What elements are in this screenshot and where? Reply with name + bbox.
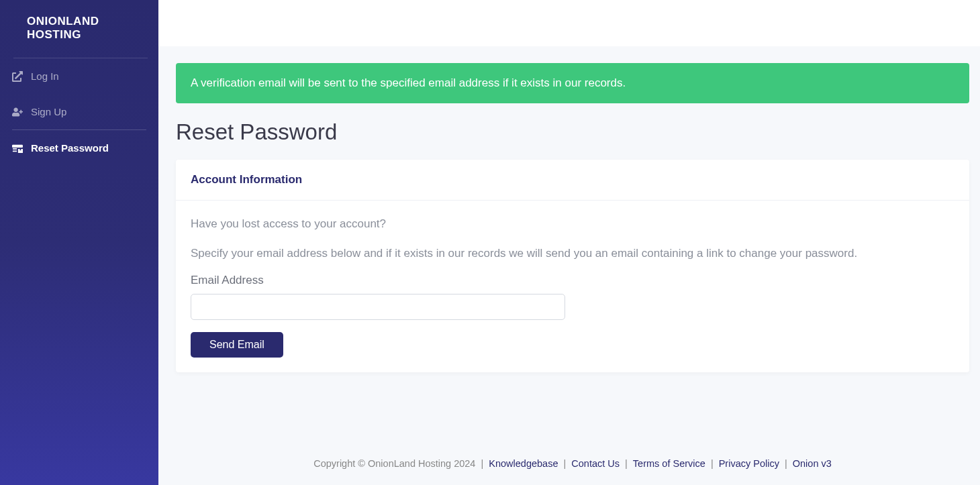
footer-sep: |: [481, 458, 486, 469]
footer-link-onion[interactable]: Onion v3: [793, 458, 832, 469]
topbar: [158, 0, 980, 46]
brand-title: ONIONLAND HOSTING: [13, 15, 148, 58]
footer-link-knowledgebase[interactable]: Knowledgebase: [489, 458, 558, 469]
server-icon: [12, 143, 23, 154]
footer-sep: |: [785, 458, 790, 469]
card-text-1: Have you lost access to your account?: [191, 215, 954, 233]
email-label: Email Address: [191, 274, 954, 287]
footer-sep: |: [625, 458, 630, 469]
sidebar-item-label: Reset Password: [31, 142, 109, 154]
sidebar-item-reset-password[interactable]: Reset Password: [0, 130, 158, 166]
footer-sep: |: [564, 458, 569, 469]
content-area: A verification email will be sent to the…: [158, 46, 980, 485]
main-content: A verification email will be sent to the…: [158, 0, 980, 485]
external-link-icon: [12, 71, 23, 82]
success-alert: A verification email will be sent to the…: [176, 63, 969, 103]
page-title: Reset Password: [176, 119, 969, 145]
card-text-2: Specify your email address below and if …: [191, 245, 954, 262]
card-header: Account Information: [176, 160, 969, 201]
card-body: Have you lost access to your account? Sp…: [176, 201, 969, 372]
footer-sep: |: [711, 458, 716, 469]
send-email-button[interactable]: Send Email: [191, 332, 283, 358]
footer-link-contact[interactable]: Contact Us: [571, 458, 620, 469]
footer-link-terms[interactable]: Terms of Service: [633, 458, 705, 469]
footer: Copyright © OnionLand Hosting 2024 | Kno…: [176, 446, 969, 485]
footer-copyright: Copyright © OnionLand Hosting 2024: [313, 458, 475, 469]
sidebar-item-label: Sign Up: [31, 106, 66, 117]
user-plus-icon: [12, 107, 23, 117]
sidebar-item-sign-up[interactable]: Sign Up: [0, 94, 158, 129]
account-info-card: Account Information Have you lost access…: [176, 160, 969, 372]
footer-link-privacy[interactable]: Privacy Policy: [719, 458, 779, 469]
email-field[interactable]: [191, 294, 565, 320]
sidebar-item-label: Log In: [31, 70, 59, 82]
sidebar-item-log-in[interactable]: Log In: [0, 58, 158, 94]
sidebar: ONIONLAND HOSTING Log In Sign Up Reset P…: [0, 0, 158, 485]
